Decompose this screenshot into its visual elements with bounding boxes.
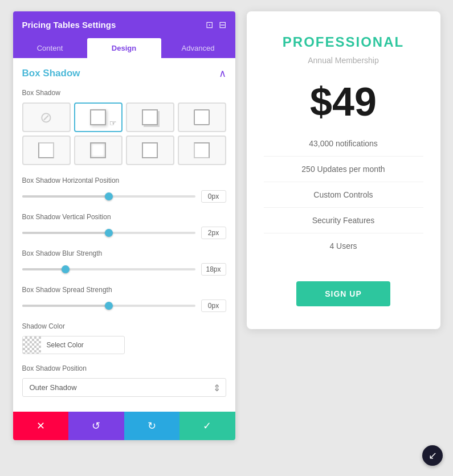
spread-fill (22, 305, 109, 307)
spread-track[interactable] (22, 305, 195, 307)
shadow-option-5[interactable] (22, 136, 71, 165)
spread-value[interactable]: 0px (201, 299, 226, 312)
color-picker-label: Select Color (41, 341, 89, 349)
resize-icon[interactable]: ⊡ (206, 19, 213, 30)
spread-row: Box Shadow Spread Strength 0px (22, 286, 226, 312)
h-position-value[interactable]: 0px (201, 190, 226, 203)
h-position-track[interactable] (22, 195, 195, 198)
shadow-option-7[interactable] (126, 136, 174, 165)
plan-name: PROFESSIONAL (283, 34, 404, 50)
position-row: Box Shadow Position Outer Shadow Inner S… (22, 364, 226, 397)
v-position-slider-container: 2px (22, 227, 226, 239)
color-row: Shadow Color Select Color (22, 322, 226, 354)
panel-footer: ✕ ↺ ↻ ✓ (13, 412, 235, 440)
tab-design[interactable]: Design (87, 38, 161, 58)
v-position-row: Box Shadow Vertical Position 2px (22, 213, 226, 239)
pricing-card: PROFESSIONAL Annual Membership $49 43,00… (247, 11, 440, 329)
plan-price: $49 (310, 82, 377, 122)
feature-1: 43,000 notifications (264, 139, 423, 157)
section-collapse-icon[interactable]: ∧ (219, 67, 226, 80)
plan-period: Annual Membership (308, 56, 379, 65)
fab-button[interactable]: ↙ (422, 445, 443, 466)
v-position-label: Box Shadow Vertical Position (22, 213, 226, 221)
blur-thumb[interactable] (62, 265, 70, 273)
shadow-style-grid: ☞ (22, 102, 226, 165)
cursor-icon: ☞ (109, 118, 117, 128)
section-header: Box Shadow ∧ (22, 67, 226, 80)
h-position-slider-container: 0px (22, 190, 226, 203)
undo-button[interactable]: ↺ (68, 412, 124, 440)
color-label: Shadow Color (22, 322, 226, 330)
panel-header: Pricing Tables Settings ⊡ ⊟ (13, 11, 235, 38)
spread-slider-container: 0px (22, 299, 226, 312)
v-position-value[interactable]: 2px (201, 227, 226, 239)
blur-value[interactable]: 18px (201, 263, 226, 276)
header-icons: ⊡ ⊟ (206, 19, 226, 30)
v-position-track[interactable] (22, 232, 195, 234)
color-picker-button[interactable]: Select Color (22, 336, 125, 354)
section-title: Box Shadow (22, 68, 80, 79)
settings-panel: Pricing Tables Settings ⊡ ⊟ Content Desi… (13, 11, 235, 440)
v-position-fill (22, 232, 109, 234)
h-position-thumb[interactable] (105, 192, 113, 200)
h-position-fill (22, 195, 109, 198)
color-swatch (23, 337, 41, 354)
shadow-option-3[interactable] (126, 102, 174, 132)
position-select[interactable]: Outer Shadow Inner Shadow (22, 378, 226, 397)
feature-2: 250 Updates per month (264, 165, 423, 182)
spread-label: Box Shadow Spread Strength (22, 286, 226, 294)
shadow-none-option[interactable] (22, 102, 71, 132)
shadow-option-6[interactable] (74, 136, 123, 165)
tab-advanced[interactable]: Advanced (161, 38, 235, 58)
tab-content[interactable]: Content (13, 38, 87, 58)
signup-button[interactable]: SIGN UP (296, 281, 390, 306)
position-select-wrapper: Outer Shadow Inner Shadow ⇕ (22, 378, 226, 397)
blur-row: Box Shadow Blur Strength 18px (22, 249, 226, 276)
cancel-button[interactable]: ✕ (13, 412, 69, 440)
tab-bar: Content Design Advanced (13, 38, 235, 58)
blur-fill (22, 268, 66, 270)
panel-title: Pricing Tables Settings (22, 20, 116, 30)
save-button[interactable]: ✓ (179, 412, 235, 440)
panel-body: Box Shadow ∧ Box Shadow ☞ (13, 58, 235, 412)
blur-track[interactable] (22, 268, 195, 270)
h-position-row: Box Shadow Horizontal Position 0px (22, 177, 226, 203)
feature-5: 4 Users (264, 241, 423, 258)
v-position-thumb[interactable] (105, 229, 113, 237)
feature-3: Custom Controls (264, 190, 423, 208)
shadow-option-2[interactable]: ☞ (74, 102, 123, 132)
h-position-label: Box Shadow Horizontal Position (22, 177, 226, 184)
redo-button[interactable]: ↻ (124, 412, 180, 440)
expand-icon[interactable]: ⊟ (219, 19, 226, 30)
spread-thumb[interactable] (105, 302, 113, 310)
blur-slider-container: 18px (22, 263, 226, 276)
shadow-option-4[interactable] (178, 102, 226, 132)
blur-label: Box Shadow Blur Strength (22, 249, 226, 257)
plan-features: 43,000 notifications 250 Updates per mon… (264, 139, 423, 258)
feature-4: Security Features (264, 216, 423, 233)
shadow-option-8[interactable] (178, 136, 226, 165)
fab-icon: ↙ (428, 449, 437, 462)
shadow-style-label: Box Shadow (22, 89, 226, 97)
position-label: Box Shadow Position (22, 364, 226, 372)
